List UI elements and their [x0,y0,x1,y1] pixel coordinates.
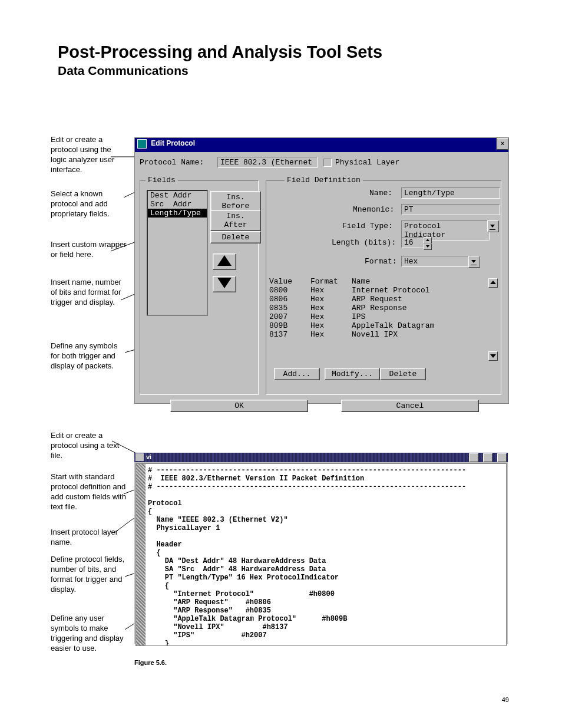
fd-format-field[interactable]: Hex [401,256,471,267]
terminal-window: vi # -----------------------------------… [134,453,508,644]
cancel-button[interactable]: Cancel [341,400,479,412]
add-button[interactable]: Add... [274,368,320,380]
col-value: Value [269,277,310,286]
format-dropdown-button[interactable] [468,256,480,268]
terminal-gutter [136,464,146,645]
col-format: Format [310,277,352,286]
annotation-6: Edit or create a protocol using a text f… [51,430,127,460]
annotation-7: Start with standard protocol definition … [51,472,127,512]
ins-after-button[interactable]: Ins. After [210,210,261,231]
annotation-1: Edit or create a protocol using the logi… [51,134,127,174]
edit-protocol-dialog: Edit Protocol × Protocol Name: IEEE 802.… [134,137,509,404]
page-title: Post-Processing and Analysis Tool Sets [58,42,382,62]
table-row[interactable]: 2007HexIPS [269,312,498,321]
cell-value: 2007 [269,312,310,321]
modify-button[interactable]: Modify... [325,368,380,380]
dialog-title: Edit Protocol [151,139,195,147]
annotation-8: Insert protocol layer name. [51,527,127,547]
annotation-10: Define any user symbols to make triggeri… [51,613,127,653]
cell-format: Hex [310,295,352,304]
fd-mnemonic-field[interactable]: PT [401,204,500,215]
annotation-5: Define any symbols for both trigger and … [51,341,127,371]
cell-name: Novell IPX [352,330,398,339]
annotation-4: Insert name, number of bits and format f… [51,277,127,307]
cell-format: Hex [310,286,352,295]
cell-value: 0835 [269,304,310,312]
terminal-titlebar[interactable]: vi [134,453,508,462]
fields-group-label: Fields [146,176,178,185]
field-definition-group-label: Field Definition [285,176,363,185]
cell-format: Hex [310,330,352,339]
page-number: 49 [502,696,509,703]
table-row[interactable]: 8137HexNovell IPX [269,330,498,339]
fieldtype-dropdown-button[interactable] [487,220,499,232]
close-terminal-icon[interactable] [497,453,507,462]
physical-layer-label: Physical Layer [335,158,399,167]
delete-field-button[interactable]: Delete [210,231,261,243]
cell-value: 0806 [269,295,310,304]
cell-format: Hex [310,312,352,321]
dialog-titlebar[interactable]: Edit Protocol × [135,138,508,152]
fd-fieldtype-label: Field Type: [342,222,393,230]
value-table: Value Format Name 0800HexInternet Protoc… [269,277,498,339]
protocol-name-label: Protocol Name: [140,158,204,167]
list-item[interactable]: Src Addr [148,200,207,209]
fd-mnemonic-label: Mnemonic: [353,205,394,214]
window-icon [137,139,147,149]
cell-name: ARP Request [352,295,402,304]
list-item-selected[interactable]: Length/Type [148,209,207,218]
page-subtitle: Data Communications [58,64,189,78]
table-row[interactable]: 809BHexAppleTalk Datagram [269,321,498,330]
annotation-2: Select a known protocol and add propriet… [51,189,127,219]
delete-value-button[interactable]: Delete [380,368,426,380]
list-item[interactable]: Dest Addr [148,191,207,200]
table-row[interactable]: 0806HexARP Request [269,295,498,304]
triangle-up-icon [217,255,232,266]
triangle-down-icon [217,278,232,288]
annotation-9: Define protocol fields, number of bits, … [51,554,127,594]
fd-name-label: Name: [369,189,392,197]
cell-name: Internet Protocol [352,286,430,295]
fd-length-field[interactable]: 16 [401,237,425,248]
maximize-icon[interactable] [483,453,492,462]
cell-value: 809B [269,321,310,330]
figure-caption: Figure 5.6. [134,659,167,666]
table-row[interactable]: 0800HexInternet Protocol [269,286,498,295]
move-up-button[interactable] [213,253,236,270]
table-row[interactable]: 0835HexARP Response [269,304,498,312]
close-icon[interactable]: × [497,138,508,150]
spinner-up-icon[interactable] [424,237,432,243]
ins-before-button[interactable]: Ins. Before [210,191,261,212]
minimize-icon[interactable] [469,453,478,462]
fd-format-label: Format: [365,257,397,266]
fields-listbox[interactable]: Dest Addr Src Addr Length/Type [147,190,208,316]
cell-name: AppleTalk Datagram [352,321,434,330]
fd-length-label: Length (bits): [332,238,396,247]
move-down-button[interactable] [213,276,236,292]
terminal-text: # --------------------------------------… [148,466,504,646]
fd-name-field[interactable]: Length/Type [401,187,500,199]
protocol-name-field[interactable]: IEEE 802.3 (Ethernet [217,157,318,168]
terminal-body[interactable]: # --------------------------------------… [135,463,507,646]
ok-button[interactable]: OK [170,400,308,412]
terminal-icon [135,453,144,461]
annotation-3: Insert custom wrapper or field here. [51,239,127,259]
cell-value: 0800 [269,286,310,295]
cell-format: Hex [310,321,352,330]
length-spinner[interactable] [424,237,432,250]
checkbox-icon [323,159,332,167]
cell-format: Hex [310,304,352,312]
cell-name: IPS [352,312,365,321]
cell-name: ARP Response [352,304,407,312]
col-name: Name [352,277,370,286]
cell-value: 8137 [269,330,310,339]
terminal-title: vi [146,453,151,460]
spinner-down-icon[interactable] [424,243,432,250]
table-scrollbar[interactable] [488,278,498,361]
physical-layer-checkbox[interactable]: Physical Layer [323,158,399,167]
